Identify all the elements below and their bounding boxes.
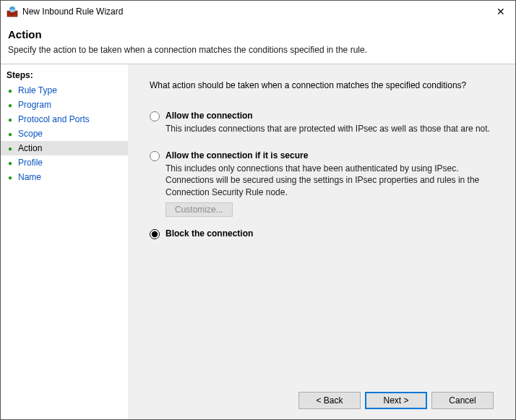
window-title: New Inbound Rule Wizard [22,7,486,17]
next-button[interactable]: Next > [365,392,427,409]
step-program[interactable]: ●Program [1,98,128,112]
step-action[interactable]: ●Action [1,141,128,155]
option-allow: Allow the connection This includes conne… [150,111,494,139]
steps-sidebar: Steps: ●Rule Type ●Program ●Protocol and… [1,64,128,419]
radio-block[interactable] [150,229,160,239]
back-button[interactable]: < Back [298,392,361,409]
step-name[interactable]: ●Name [1,170,128,184]
radio-allow-secure[interactable] [150,151,160,161]
radio-allow[interactable] [150,111,160,121]
step-profile[interactable]: ●Profile [1,155,128,170]
wizard-footer: < Back Next > Cancel [150,385,494,409]
option-block: Block the connection [150,228,494,241]
steps-heading: Steps: [1,70,128,83]
customize-button: Customize... [165,202,233,217]
close-icon[interactable]: ✕ [486,1,515,22]
step-protocol-and-ports[interactable]: ●Protocol and Ports [1,112,128,127]
step-scope[interactable]: ●Scope [1,127,128,141]
page-subtitle: Specify the action to be taken when a co… [8,45,507,55]
option-allow-label: Allow the connection [165,111,494,121]
titlebar: New Inbound Rule Wizard ✕ [1,1,515,22]
option-allow-secure-label: Allow the connection if it is secure [165,150,494,160]
page-title: Action [8,28,507,40]
prompt-text: What action should be taken when a conne… [150,80,494,90]
wizard-window: New Inbound Rule Wizard ✕ Action Specify… [0,0,516,420]
option-allow-secure: Allow the connection if it is secure Thi… [150,150,494,217]
option-allow-secure-desc: This includes only connections that have… [165,163,494,198]
firewall-app-icon [7,6,18,17]
option-allow-desc: This includes connections that are prote… [165,123,494,134]
step-rule-type[interactable]: ●Rule Type [1,83,128,98]
wizard-header: Action Specify the action to be taken wh… [1,22,515,58]
option-block-label: Block the connection [165,228,494,239]
cancel-button[interactable]: Cancel [431,392,494,409]
main-panel: What action should be taken when a conne… [128,64,515,419]
